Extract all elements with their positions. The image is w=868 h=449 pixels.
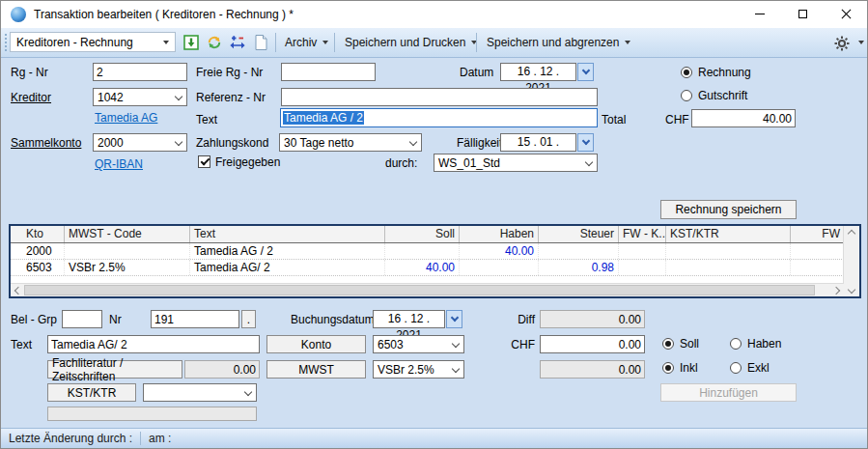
table-row[interactable]: 6503 VSBr 2.5% Tamedia AG/ 2 40.00 0.98 (11, 260, 859, 276)
rechnung-speichern-button[interactable]: Rechnung speichern (660, 200, 797, 219)
column-header-mwst-code[interactable]: MWST - Code (65, 226, 190, 242)
text-label: Text (196, 113, 217, 126)
nr-label: Nr (109, 313, 122, 326)
freie-rg-nr-label: Freie Rg - Nr (196, 66, 263, 79)
exkl-radio[interactable] (730, 362, 742, 374)
new-document-icon-button[interactable] (252, 34, 269, 51)
zahlungskond-value: 30 Tage netto (284, 136, 354, 150)
zahlungskond-select[interactable]: 30 Tage netto (279, 133, 422, 152)
hinzufuegen-button[interactable]: Hinzufügen (660, 383, 797, 402)
settings-gear-button[interactable] (833, 35, 851, 52)
save-and-print-button[interactable]: Speichern und Drucken (339, 32, 483, 53)
bel-grp-label: Bel - Grp (11, 313, 57, 326)
window-title: Transaktion bearbeiten ( Kreditoren - Re… (34, 8, 294, 21)
faelligkeit-input[interactable]: 15 . 01 . 2022 (500, 133, 576, 152)
total-input[interactable] (691, 109, 796, 127)
dots-button[interactable]: . (241, 310, 256, 328)
konto-button[interactable]: Konto (266, 335, 366, 353)
vertical-scrollbar[interactable] (843, 226, 859, 296)
save-and-accrue-button[interactable]: Speichern und abgrenzen (481, 32, 636, 53)
column-header-kst-ktr[interactable]: KST/KTR (666, 226, 791, 242)
zahlungskond-label: Zahlungskond (196, 136, 268, 150)
bookings-table: Kto MWST - Code Text Soll Haben Steuer F… (9, 224, 861, 298)
konto-select[interactable]: 6503 (373, 335, 464, 353)
bel-grp-input[interactable] (62, 310, 102, 328)
freigegeben-checkbox[interactable] (198, 155, 210, 168)
chevron-down-icon (409, 139, 417, 147)
scroll-up-button[interactable] (845, 226, 858, 239)
chevron-down-icon[interactable] (858, 41, 864, 44)
text2-input[interactable] (47, 335, 260, 353)
minimize-button[interactable] (738, 1, 781, 27)
maximize-button[interactable] (781, 1, 825, 27)
column-header-fw[interactable]: FW (791, 226, 844, 242)
column-header-fw-k[interactable]: FW - K.. (619, 226, 666, 242)
scroll-down-button[interactable] (845, 284, 858, 296)
gutschrift-radio[interactable] (681, 90, 692, 101)
mwst-select[interactable]: VSBr 2.5% (373, 360, 464, 379)
scroll-left-button[interactable] (11, 284, 24, 296)
referenz-nr-input[interactable] (281, 88, 598, 106)
faelligkeit-dropdown-button[interactable] (577, 133, 594, 152)
chevron-down-icon (163, 41, 169, 44)
buchungsdatum-dropdown-button[interactable] (446, 310, 462, 328)
column-header-soll[interactable]: Soll (385, 226, 460, 242)
cell-mwst: VSBr 2.5% (65, 260, 190, 275)
kst-ktr-button[interactable]: KST/KTR (47, 383, 136, 402)
haben-radio[interactable] (730, 338, 742, 350)
column-header-haben[interactable]: Haben (460, 226, 539, 242)
betrag2-input (184, 360, 260, 379)
rechnung-radio[interactable] (681, 67, 692, 78)
sammelkonto-select[interactable]: 2000 (93, 133, 187, 152)
new-document-icon (252, 34, 269, 51)
text2-label: Text (11, 338, 32, 351)
fachliteratur-button[interactable]: Fachliteratur / Zeitschriften (47, 360, 182, 379)
durch-select[interactable]: WS_01_Std (434, 154, 598, 172)
kst-ktr-select[interactable] (143, 383, 257, 402)
freigegeben-label: Freigegeben (215, 155, 280, 169)
cell-fw-k (619, 243, 666, 259)
cell-haben (460, 260, 539, 275)
column-header-steuer[interactable]: Steuer (539, 226, 619, 242)
chevron-down-icon (848, 285, 855, 293)
sammelkonto-label[interactable]: Sammelkonto (11, 136, 81, 150)
close-button[interactable] (825, 1, 868, 27)
qr-iban-link[interactable]: QR-IBAN (95, 157, 143, 171)
kreditor-label[interactable]: Kreditor (11, 91, 51, 104)
kreditor-select[interactable]: 1042 (93, 88, 187, 106)
datum-input[interactable]: 16 . 12 . 2021 (500, 63, 576, 81)
cell-soll (385, 243, 460, 259)
horizontal-scrollbar[interactable] (11, 283, 844, 296)
rg-nr-input[interactable] (93, 63, 187, 81)
archiv-button[interactable]: Archiv (279, 32, 334, 53)
scroll-right-button[interactable] (830, 284, 844, 296)
refresh-icon-button[interactable] (206, 34, 223, 51)
column-header-text[interactable]: Text (190, 226, 385, 242)
chf-input[interactable] (540, 335, 645, 353)
chevron-down-icon (582, 68, 590, 75)
cell-steuer (539, 243, 619, 259)
buchungsdatum-input[interactable]: 16 . 12 . 2021 (373, 310, 445, 328)
cell-text: Tamedia AG / 2 (190, 243, 385, 259)
plus-minus-icon-button[interactable] (229, 34, 246, 51)
chevron-left-icon (14, 286, 22, 294)
chevron-down-icon (585, 159, 593, 167)
horizontal-scrollbar-thumb[interactable] (24, 285, 815, 295)
soll-radio[interactable] (662, 338, 674, 350)
transaction-type-select[interactable]: Kreditoren - Rechnung (10, 32, 176, 52)
maximize-icon (798, 10, 807, 18)
sammelkonto-value: 2000 (98, 136, 124, 150)
text-input[interactable]: Tamedia AG / 2 (280, 108, 598, 127)
import-icon-button[interactable] (182, 34, 200, 51)
save-and-print-label: Speichern und Drucken (345, 36, 465, 49)
table-row[interactable]: 2000 Tamedia AG / 2 40.00 (11, 243, 859, 260)
freie-rg-nr-input[interactable] (281, 63, 376, 81)
mwst-button[interactable]: MWST (266, 360, 366, 379)
inkl-radio[interactable] (662, 362, 674, 374)
konto-value: 6503 (378, 338, 404, 351)
nr-input[interactable] (151, 310, 239, 328)
datum-dropdown-button[interactable] (577, 63, 594, 81)
column-header-kto[interactable]: Kto (11, 226, 65, 242)
chevron-down-icon (322, 41, 328, 44)
kreditor-name-link[interactable]: Tamedia AG (95, 111, 157, 125)
